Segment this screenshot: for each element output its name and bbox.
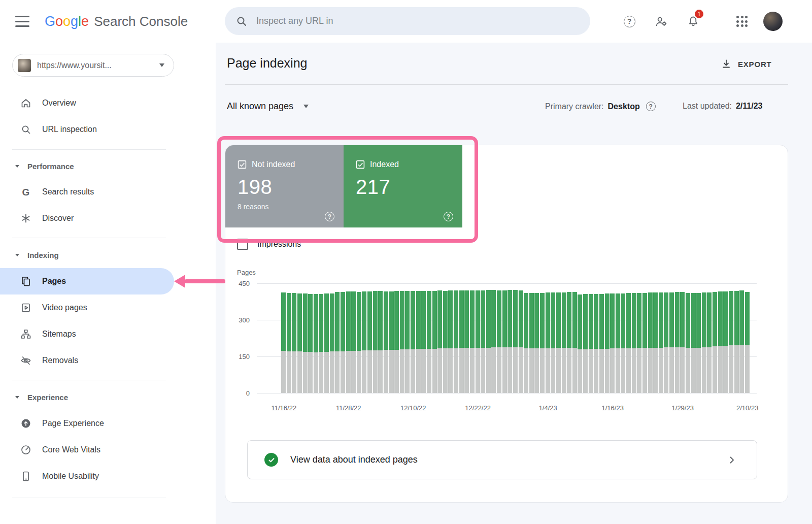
chart-bar[interactable] (400, 291, 404, 393)
chart-bar[interactable] (486, 290, 491, 393)
chart-bar[interactable] (556, 292, 561, 393)
sidebar-item-pages[interactable]: Pages (0, 268, 174, 294)
url-inspect-searchbar[interactable] (225, 7, 590, 35)
chart-bar[interactable] (464, 290, 469, 393)
notifications-button[interactable]: 1 (683, 11, 703, 31)
menu-icon[interactable] (15, 16, 29, 27)
chart-bar[interactable] (389, 291, 394, 393)
chart-bar[interactable] (324, 293, 329, 393)
chart-bar[interactable] (637, 293, 641, 393)
chart-bar[interactable] (330, 293, 334, 393)
chart-bar[interactable] (362, 291, 366, 393)
chart-bar[interactable] (281, 292, 286, 393)
chart-bar[interactable] (448, 290, 453, 393)
view-indexed-data-button[interactable]: View data about indexed pages (247, 440, 757, 479)
chart-bar[interactable] (739, 290, 744, 393)
chart-bar[interactable] (723, 291, 728, 393)
chart-bar[interactable] (610, 293, 615, 393)
chart-bar[interactable] (459, 290, 464, 393)
chart-bar[interactable] (529, 293, 534, 393)
impressions-checkbox[interactable] (237, 239, 248, 250)
chart-bar[interactable] (718, 291, 723, 393)
chart-bar[interactable] (691, 293, 696, 393)
chart-bar[interactable] (669, 292, 674, 393)
search-input[interactable] (255, 15, 580, 27)
sidebar-item-overview[interactable]: Overview (0, 90, 174, 116)
chart-bar[interactable] (680, 292, 685, 393)
help-icon[interactable]: ? (444, 212, 453, 221)
chart-bar[interactable] (551, 292, 555, 393)
chart-bar[interactable] (524, 293, 528, 393)
chart-bar[interactable] (346, 291, 351, 393)
chart-bar[interactable] (405, 291, 410, 393)
chart-bar[interactable] (502, 290, 507, 393)
user-settings-button[interactable] (651, 11, 671, 31)
chart-bar[interactable] (702, 292, 706, 393)
chart-bar[interactable] (421, 291, 426, 393)
chart-bar[interactable] (626, 293, 631, 393)
chart-bar[interactable] (491, 290, 496, 393)
chart-bar[interactable] (578, 294, 582, 393)
chart-bar[interactable] (297, 293, 302, 393)
apps-button[interactable] (732, 11, 752, 31)
chart-bar[interactable] (734, 291, 739, 393)
chart-bar[interactable] (519, 290, 523, 393)
chart-bar[interactable] (546, 292, 550, 393)
chart-bar[interactable] (378, 291, 383, 393)
chart-bar[interactable] (476, 290, 480, 393)
chart-bar[interactable] (394, 291, 399, 393)
chart-bar[interactable] (427, 291, 431, 393)
chart-bar[interactable] (540, 293, 545, 393)
export-button[interactable]: EXPORT (721, 55, 771, 73)
sidebar-item-search-results[interactable]: G Search results (0, 179, 174, 205)
chart-bar[interactable] (314, 294, 318, 393)
chart-bar[interactable] (319, 294, 323, 393)
chart-bar[interactable] (567, 292, 571, 393)
chart-bar[interactable] (481, 290, 485, 393)
chart-bar[interactable] (572, 292, 577, 393)
chart-bar[interactable] (341, 292, 345, 393)
chart-bar[interactable] (729, 291, 733, 393)
chart-bar[interactable] (534, 293, 539, 393)
sidebar-item-sitemaps[interactable]: Sitemaps (0, 321, 174, 347)
chart-bar[interactable] (707, 292, 712, 393)
chart-bar[interactable] (675, 292, 680, 393)
sidebar-item-discover[interactable]: Discover (0, 205, 174, 232)
section-indexing[interactable]: Indexing (0, 243, 174, 267)
chart-bar[interactable] (713, 292, 717, 393)
chart-bar[interactable] (621, 293, 625, 393)
chart-bar[interactable] (605, 293, 610, 393)
help-icon[interactable]: ? (325, 212, 334, 221)
chart-bar[interactable] (335, 292, 340, 393)
chart-bar[interactable] (659, 292, 663, 393)
chart-bar[interactable] (454, 290, 458, 393)
page-filter-dropdown[interactable]: All known pages (227, 97, 309, 115)
chart-bar[interactable] (599, 294, 604, 393)
chart-bar[interactable] (642, 293, 647, 393)
section-experience[interactable]: Experience (0, 385, 174, 409)
chart-bar[interactable] (664, 292, 668, 393)
chart-bar[interactable] (437, 290, 442, 393)
sidebar-item-mobile-usability[interactable]: Mobile Usability (0, 463, 174, 489)
chart-bar[interactable] (357, 292, 361, 393)
chart-bar[interactable] (583, 294, 588, 393)
chart-bar[interactable] (648, 292, 653, 393)
chart-bar[interactable] (594, 294, 598, 393)
chart-bar[interactable] (287, 293, 291, 393)
indexed-card[interactable]: Indexed 217 ? (344, 145, 462, 227)
chart-bar[interactable] (292, 293, 296, 393)
property-selector[interactable]: https://www.yoursit... (12, 54, 174, 77)
help-button[interactable]: ? (619, 11, 639, 31)
impressions-toggle[interactable]: Impressions (237, 239, 301, 250)
chart-bar[interactable] (432, 291, 437, 393)
chart-bar[interactable] (653, 292, 658, 393)
sidebar-item-video-pages[interactable]: Video pages (0, 294, 174, 321)
sidebar-item-url-inspection[interactable]: URL inspection (0, 116, 174, 143)
chart-bar[interactable] (589, 294, 593, 393)
chart-bar[interactable] (367, 291, 372, 393)
chart-bar[interactable] (443, 291, 448, 393)
chart-bar[interactable] (696, 293, 701, 393)
section-performance[interactable]: Performance (0, 154, 174, 178)
not-indexed-card[interactable]: Not indexed 198 8 reasons ? (225, 145, 344, 227)
chart-bar[interactable] (507, 290, 512, 393)
